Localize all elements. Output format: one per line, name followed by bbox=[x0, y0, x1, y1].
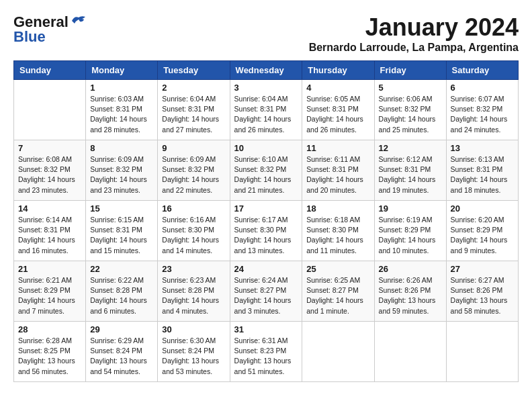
day-info: Sunrise: 6:27 AMSunset: 8:26 PMDaylight:… bbox=[451, 275, 514, 316]
calendar-cell: 18Sunrise: 6:18 AMSunset: 8:30 PMDayligh… bbox=[302, 201, 374, 261]
calendar-cell: 4Sunrise: 6:05 AMSunset: 8:31 PMDaylight… bbox=[302, 80, 374, 140]
day-number: 28 bbox=[18, 324, 81, 334]
day-info: Sunrise: 6:22 AMSunset: 8:28 PMDaylight:… bbox=[90, 275, 153, 316]
day-info: Sunrise: 6:14 AMSunset: 8:31 PMDaylight:… bbox=[18, 215, 81, 256]
day-info: Sunrise: 6:20 AMSunset: 8:29 PMDaylight:… bbox=[451, 215, 514, 256]
calendar-cell: 14Sunrise: 6:14 AMSunset: 8:31 PMDayligh… bbox=[14, 201, 86, 261]
calendar-cell: 10Sunrise: 6:10 AMSunset: 8:32 PMDayligh… bbox=[230, 140, 302, 201]
calendar-cell: 29Sunrise: 6:29 AMSunset: 8:24 PMDayligh… bbox=[86, 322, 158, 382]
day-info: Sunrise: 6:10 AMSunset: 8:32 PMDaylight:… bbox=[234, 154, 298, 195]
weekday-header-wednesday: Wednesday bbox=[230, 61, 302, 80]
weekday-header-sunday: Sunday bbox=[14, 61, 86, 80]
calendar-cell: 23Sunrise: 6:23 AMSunset: 8:28 PMDayligh… bbox=[158, 261, 230, 322]
day-number: 29 bbox=[90, 324, 153, 334]
calendar-cell bbox=[374, 322, 446, 382]
calendar-cell: 6Sunrise: 6:07 AMSunset: 8:32 PMDaylight… bbox=[446, 80, 518, 140]
calendar-cell: 20Sunrise: 6:20 AMSunset: 8:29 PMDayligh… bbox=[446, 201, 518, 261]
day-number: 15 bbox=[90, 203, 153, 214]
weekday-header-saturday: Saturday bbox=[446, 61, 518, 80]
calendar-cell: 9Sunrise: 6:09 AMSunset: 8:32 PMDaylight… bbox=[158, 140, 230, 201]
calendar-cell: 12Sunrise: 6:12 AMSunset: 8:31 PMDayligh… bbox=[374, 140, 446, 201]
day-number: 2 bbox=[162, 83, 225, 93]
calendar-cell bbox=[14, 80, 86, 140]
day-number: 1 bbox=[90, 83, 153, 93]
day-number: 27 bbox=[451, 264, 514, 274]
weekday-header-monday: Monday bbox=[86, 61, 158, 80]
day-number: 3 bbox=[234, 83, 298, 93]
calendar-cell: 31Sunrise: 6:31 AMSunset: 8:23 PMDayligh… bbox=[230, 322, 302, 382]
calendar-cell: 2Sunrise: 6:04 AMSunset: 8:31 PMDaylight… bbox=[158, 80, 230, 140]
weekday-header-thursday: Thursday bbox=[302, 61, 374, 80]
day-number: 9 bbox=[162, 143, 225, 153]
weekday-header-tuesday: Tuesday bbox=[158, 61, 230, 80]
calendar-cell: 3Sunrise: 6:04 AMSunset: 8:31 PMDaylight… bbox=[230, 80, 302, 140]
day-number: 10 bbox=[234, 143, 298, 153]
day-info: Sunrise: 6:06 AMSunset: 8:32 PMDaylight:… bbox=[379, 94, 442, 135]
day-info: Sunrise: 6:17 AMSunset: 8:30 PMDaylight:… bbox=[234, 215, 298, 256]
calendar-cell: 21Sunrise: 6:21 AMSunset: 8:29 PMDayligh… bbox=[14, 261, 86, 322]
calendar-cell: 17Sunrise: 6:17 AMSunset: 8:30 PMDayligh… bbox=[230, 201, 302, 261]
day-number: 14 bbox=[18, 203, 81, 214]
month-title: January 2024 bbox=[309, 13, 519, 42]
calendar-cell: 8Sunrise: 6:09 AMSunset: 8:32 PMDaylight… bbox=[86, 140, 158, 201]
day-info: Sunrise: 6:08 AMSunset: 8:32 PMDaylight:… bbox=[18, 154, 81, 195]
day-info: Sunrise: 6:16 AMSunset: 8:30 PMDaylight:… bbox=[162, 215, 225, 256]
day-number: 21 bbox=[18, 264, 81, 274]
logo-bird-icon bbox=[71, 14, 87, 28]
day-info: Sunrise: 6:30 AMSunset: 8:24 PMDaylight:… bbox=[162, 336, 225, 377]
day-info: Sunrise: 6:21 AMSunset: 8:29 PMDaylight:… bbox=[18, 275, 81, 316]
day-number: 13 bbox=[451, 143, 514, 153]
day-info: Sunrise: 6:11 AMSunset: 8:31 PMDaylight:… bbox=[306, 154, 369, 195]
calendar-cell: 13Sunrise: 6:13 AMSunset: 8:31 PMDayligh… bbox=[446, 140, 518, 201]
day-info: Sunrise: 6:26 AMSunset: 8:26 PMDaylight:… bbox=[379, 275, 442, 316]
calendar-header-row: SundayMondayTuesdayWednesdayThursdayFrid… bbox=[14, 61, 519, 80]
day-info: Sunrise: 6:05 AMSunset: 8:31 PMDaylight:… bbox=[306, 94, 369, 135]
calendar-cell bbox=[302, 322, 374, 382]
calendar-week-1: 1Sunrise: 6:03 AMSunset: 8:31 PMDaylight… bbox=[14, 80, 519, 140]
day-info: Sunrise: 6:09 AMSunset: 8:32 PMDaylight:… bbox=[162, 154, 225, 195]
day-number: 22 bbox=[90, 264, 153, 274]
day-info: Sunrise: 6:18 AMSunset: 8:30 PMDaylight:… bbox=[306, 215, 369, 256]
day-info: Sunrise: 6:15 AMSunset: 8:31 PMDaylight:… bbox=[90, 215, 153, 256]
calendar-cell: 26Sunrise: 6:26 AMSunset: 8:26 PMDayligh… bbox=[374, 261, 446, 322]
day-info: Sunrise: 6:28 AMSunset: 8:25 PMDaylight:… bbox=[18, 336, 81, 377]
day-info: Sunrise: 6:29 AMSunset: 8:24 PMDaylight:… bbox=[90, 336, 153, 377]
calendar-cell: 11Sunrise: 6:11 AMSunset: 8:31 PMDayligh… bbox=[302, 140, 374, 201]
day-number: 24 bbox=[234, 264, 298, 274]
day-info: Sunrise: 6:31 AMSunset: 8:23 PMDaylight:… bbox=[234, 336, 298, 377]
day-info: Sunrise: 6:12 AMSunset: 8:31 PMDaylight:… bbox=[379, 154, 442, 195]
day-number: 30 bbox=[162, 324, 225, 334]
day-number: 25 bbox=[306, 264, 369, 274]
calendar-week-5: 28Sunrise: 6:28 AMSunset: 8:25 PMDayligh… bbox=[14, 322, 519, 382]
day-number: 5 bbox=[379, 83, 442, 93]
calendar-cell: 24Sunrise: 6:24 AMSunset: 8:27 PMDayligh… bbox=[230, 261, 302, 322]
location-subtitle: Bernardo Larroude, La Pampa, Argentina bbox=[309, 42, 519, 54]
calendar-cell: 16Sunrise: 6:16 AMSunset: 8:30 PMDayligh… bbox=[158, 201, 230, 261]
calendar-cell: 30Sunrise: 6:30 AMSunset: 8:24 PMDayligh… bbox=[158, 322, 230, 382]
day-number: 17 bbox=[234, 203, 298, 214]
day-info: Sunrise: 6:09 AMSunset: 8:32 PMDaylight:… bbox=[90, 154, 153, 195]
calendar-week-4: 21Sunrise: 6:21 AMSunset: 8:29 PMDayligh… bbox=[14, 261, 519, 322]
day-number: 19 bbox=[379, 203, 442, 214]
calendar-cell: 5Sunrise: 6:06 AMSunset: 8:32 PMDaylight… bbox=[374, 80, 446, 140]
calendar-cell: 27Sunrise: 6:27 AMSunset: 8:26 PMDayligh… bbox=[446, 261, 518, 322]
calendar-cell: 19Sunrise: 6:19 AMSunset: 8:29 PMDayligh… bbox=[374, 201, 446, 261]
day-info: Sunrise: 6:04 AMSunset: 8:31 PMDaylight:… bbox=[162, 94, 225, 135]
calendar-cell bbox=[446, 322, 518, 382]
page-header: General Blue January 2024 Bernardo Larro… bbox=[13, 13, 519, 54]
day-number: 7 bbox=[18, 143, 81, 153]
day-info: Sunrise: 6:04 AMSunset: 8:31 PMDaylight:… bbox=[234, 94, 298, 135]
logo: General Blue bbox=[13, 13, 87, 46]
day-number: 4 bbox=[306, 83, 369, 93]
day-info: Sunrise: 6:24 AMSunset: 8:27 PMDaylight:… bbox=[234, 275, 298, 316]
calendar-cell: 25Sunrise: 6:25 AMSunset: 8:27 PMDayligh… bbox=[302, 261, 374, 322]
calendar-cell: 15Sunrise: 6:15 AMSunset: 8:31 PMDayligh… bbox=[86, 201, 158, 261]
day-number: 18 bbox=[306, 203, 369, 214]
day-number: 23 bbox=[162, 264, 225, 274]
day-number: 6 bbox=[451, 83, 514, 93]
day-info: Sunrise: 6:19 AMSunset: 8:29 PMDaylight:… bbox=[379, 215, 442, 256]
day-number: 20 bbox=[451, 203, 514, 214]
day-info: Sunrise: 6:03 AMSunset: 8:31 PMDaylight:… bbox=[90, 94, 153, 135]
calendar-cell: 22Sunrise: 6:22 AMSunset: 8:28 PMDayligh… bbox=[86, 261, 158, 322]
day-info: Sunrise: 6:23 AMSunset: 8:28 PMDaylight:… bbox=[162, 275, 225, 316]
